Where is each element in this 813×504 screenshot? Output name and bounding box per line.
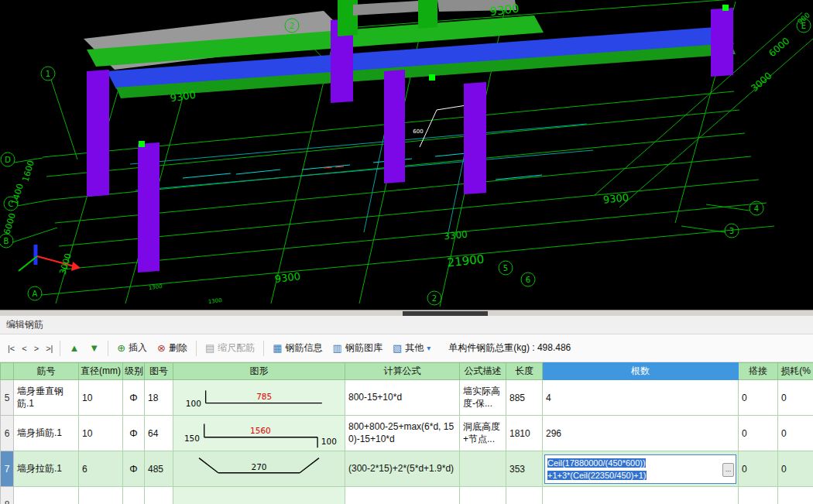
nav-first-button[interactable]: |< <box>5 341 18 355</box>
cell-formula[interactable]: (300-2*15)+2*(5*d+1.9*d) <box>345 451 460 487</box>
cell-figure-no[interactable]: 64 <box>145 416 173 451</box>
app-window: 9300900930093003300219009300600030001600… <box>0 0 813 504</box>
toolbar-separator <box>60 341 60 356</box>
svg-text:150: 150 <box>184 433 200 442</box>
cell-lap[interactable]: 0 <box>739 416 778 451</box>
expression-selected-text: +1+3*(Ceil(22350/450)+1) <box>547 471 647 480</box>
expression-ellipsis-button[interactable]: ... <box>722 463 734 477</box>
toolbar-separator <box>108 341 108 356</box>
axis-bubble-label: 3 <box>729 227 734 235</box>
cell-count[interactable]: 296 <box>543 416 739 451</box>
empty-cell[interactable] <box>345 487 460 504</box>
row-number[interactable]: 5 <box>1 380 14 416</box>
row-number[interactable]: 7 <box>1 451 14 487</box>
col-header-shape: 图形 <box>173 363 345 380</box>
cell-lap[interactable]: 0 <box>739 380 778 416</box>
col-header-formula: 计算公式 <box>345 363 460 380</box>
cell-count[interactable]: 4 <box>543 380 739 416</box>
cell-formula-desc[interactable]: 洞底高度+节点... <box>460 416 506 451</box>
cell-lap[interactable]: 0 <box>739 451 778 487</box>
cell-diameter[interactable]: 10 <box>79 380 123 416</box>
cell-level[interactable]: Φ <box>123 380 145 416</box>
delete-button[interactable]: ⊗ 删除 <box>153 338 192 358</box>
col-header-count: 根数 <box>543 363 739 380</box>
axis-bubble-label: 4 <box>754 204 759 213</box>
nav-prev-button[interactable]: < <box>19 341 29 355</box>
empty-cell[interactable] <box>123 487 145 504</box>
row-number[interactable]: 8 <box>1 487 14 504</box>
chevron-down-icon: ▾ <box>427 344 431 352</box>
rebar-row-6: 6 墙身插筋.1 10 Φ 64 150 1560 100 800+800-25… <box>1 416 813 451</box>
empty-cell[interactable] <box>145 487 173 504</box>
rebar-library-label: 钢筋图库 <box>345 341 382 355</box>
panel-splitter[interactable] <box>0 310 813 316</box>
cell-shape[interactable]: 270 <box>173 451 345 487</box>
rebar-library-button[interactable]: ▥ 钢筋图库 <box>328 338 387 358</box>
delete-icon: ⊗ <box>157 343 166 353</box>
cell-length[interactable]: 353 <box>506 451 543 487</box>
col-header-bar-id: 筋号 <box>14 363 79 380</box>
insert-button[interactable]: ⊕ 插入 <box>112 338 152 358</box>
cell-diameter[interactable]: 6 <box>79 451 123 487</box>
cell-figure-no[interactable]: 485 <box>145 451 173 487</box>
splitter-grip[interactable] <box>403 311 488 316</box>
viewport-3d[interactable]: 9300900930093003300219009300600030001600… <box>0 0 813 310</box>
empty-cell[interactable] <box>543 487 739 504</box>
rebar-table: 筋号 直径(mm) 级别 图号 图形 计算公式 公式描述 长度 根数 搭接 损耗… <box>0 362 813 504</box>
cell-loss[interactable]: 0 <box>778 416 813 451</box>
panel-title: 编辑钢筋 <box>0 316 813 334</box>
empty-cell[interactable] <box>173 487 345 504</box>
column-5 <box>464 82 486 194</box>
cell-level[interactable]: Φ <box>123 416 145 451</box>
other-label: 其他 <box>405 341 424 355</box>
empty-cell[interactable] <box>778 487 813 504</box>
shape-diagram-l-bend: 100 785 <box>173 381 345 415</box>
cell-length[interactable]: 1810 <box>506 416 543 451</box>
empty-cell[interactable] <box>739 487 778 504</box>
cell-formula-desc[interactable]: 墙实际高度-保... <box>460 380 506 416</box>
arrow-up-icon: ▲ <box>69 343 79 353</box>
rebar-info-button[interactable]: ▦ 钢筋信息 <box>268 338 327 358</box>
cell-loss[interactable]: 0 <box>778 451 813 487</box>
cell-bar-name[interactable]: 墙身插筋.1 <box>14 416 79 451</box>
move-up-button[interactable]: ▲ <box>64 340 84 356</box>
cell-bar-name[interactable]: 墙身拉筋.1 <box>14 451 79 487</box>
cell-diameter[interactable]: 10 <box>79 416 123 451</box>
cell-formula[interactable]: 800+800-25+max(6*d, 150)-15+10*d <box>345 416 460 451</box>
other-icon: ▧ <box>393 343 402 353</box>
axis-bubble-label: 5 <box>503 264 508 273</box>
toolbar-separator <box>263 341 264 356</box>
cell-count-editing[interactable]: Ceil(17880000/(450*600)) +1+3*(Ceil(2235… <box>543 451 739 487</box>
axis-bubble-label: 1 <box>46 70 50 78</box>
cell-formula-desc[interactable] <box>460 451 506 487</box>
row-number[interactable]: 6 <box>1 416 14 451</box>
cell-formula[interactable]: 800-15+10*d <box>345 380 460 416</box>
col-header-loss: 损耗(% <box>778 363 813 380</box>
insert-icon: ⊕ <box>117 343 125 353</box>
other-dropdown-button[interactable]: ▧ 其他 ▾ <box>388 338 435 358</box>
empty-cell[interactable] <box>14 487 79 504</box>
expression-selected-text: Ceil(17880000/(450*600)) <box>547 458 646 468</box>
nav-last-button[interactable]: >| <box>43 341 56 355</box>
shape-diagram-tie-hooks: 270 <box>173 452 345 486</box>
cell-length[interactable]: 885 <box>506 380 543 416</box>
empty-cell[interactable] <box>460 487 506 504</box>
empty-cell[interactable] <box>79 487 123 504</box>
selection-grip <box>429 74 435 81</box>
empty-cell[interactable] <box>506 487 543 504</box>
count-expression-input[interactable]: Ceil(17880000/(450*600)) +1+3*(Ceil(2235… <box>544 454 736 484</box>
col-header-level: 级别 <box>123 363 145 380</box>
cell-loss[interactable]: 0 <box>778 380 813 416</box>
column-4 <box>384 70 405 183</box>
cell-shape[interactable]: 150 1560 100 <box>173 416 345 451</box>
nav-next-button[interactable]: > <box>31 341 42 355</box>
move-down-button[interactable]: ▼ <box>84 340 104 356</box>
cell-bar-name[interactable]: 墙身垂直钢筋.1 <box>14 380 79 416</box>
cell-shape[interactable]: 100 785 <box>173 380 345 416</box>
cell-level[interactable]: Φ <box>123 451 145 487</box>
cell-figure-no[interactable]: 18 <box>145 380 173 416</box>
scale-rebar-button[interactable]: ▤ 缩尺配筋 <box>201 338 259 358</box>
cad-drawing: 9300900930093003300219009300600030001600… <box>0 0 813 310</box>
selection-grip <box>139 141 145 147</box>
selection-grip <box>722 5 729 11</box>
